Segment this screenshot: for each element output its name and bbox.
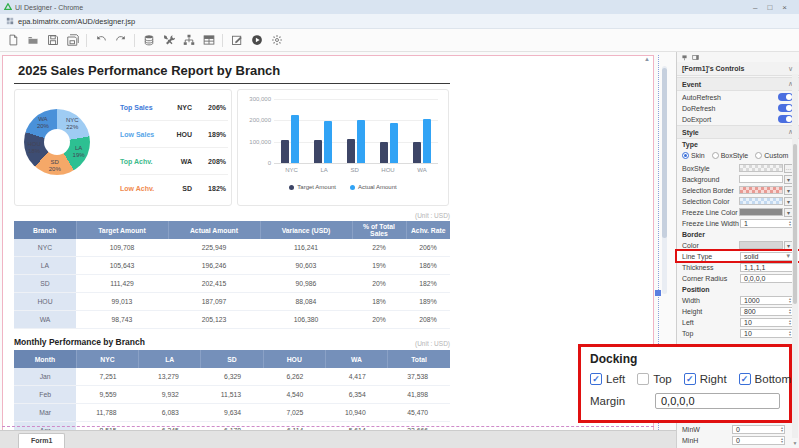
autorefresh-toggle[interactable] — [778, 93, 793, 101]
edit-icon[interactable] — [230, 34, 243, 47]
tools-icon[interactable] — [162, 34, 175, 47]
selection-border-swatch[interactable] — [739, 186, 783, 194]
line-type-select[interactable]: solid▾ — [740, 252, 793, 261]
selection-color-swatch[interactable] — [739, 197, 783, 205]
chevron-down-icon: ∨ — [788, 65, 793, 73]
table-row[interactable]: WA98,743205,123106,38020%208% — [14, 311, 450, 329]
boxstyle-swatch[interactable] — [739, 164, 783, 172]
scroll-down-icon[interactable]: ▼ — [792, 440, 798, 446]
undo-icon[interactable] — [94, 34, 107, 47]
dock-right-icon[interactable] — [692, 54, 699, 61]
corner-radius-input[interactable]: 0,0,0,0 — [740, 274, 793, 283]
design-canvas[interactable]: 2025 Sales Performance Report by Branch … — [0, 52, 676, 448]
thickness-input[interactable]: 1,1,1,1 — [740, 263, 793, 272]
table-row[interactable]: NYC109,708225,949116,24122%206% — [14, 239, 450, 257]
form-page[interactable]: 2025 Sales Performance Report by Branch … — [2, 55, 654, 431]
dorefresh-toggle[interactable] — [778, 104, 793, 112]
table-row[interactable]: Feb9,5599,93211,5134,5406,35441,898 — [14, 386, 450, 404]
dock-left-checkbox[interactable]: ✓Left — [590, 373, 625, 385]
bar-actual-amount — [324, 121, 332, 163]
sitemap-icon[interactable] — [182, 34, 195, 47]
background-swatch[interactable] — [739, 175, 783, 183]
column-header: Variance (USD) — [260, 221, 352, 239]
radio-boxstyle[interactable] — [712, 152, 719, 159]
table-cell: 20% — [352, 275, 406, 293]
new-file-icon[interactable] — [6, 34, 19, 47]
table-cell: 4,417 — [325, 368, 387, 386]
save-all-icon[interactable] — [66, 34, 79, 47]
canvas-scroll-thumb[interactable] — [662, 68, 667, 238]
form-tabbar: Form1 — [0, 430, 676, 448]
canvas-scrollbar[interactable] — [662, 66, 667, 294]
settings-icon[interactable] — [270, 34, 283, 47]
kpi-label: Low Sales — [120, 131, 164, 138]
save-icon[interactable] — [46, 34, 59, 47]
checkbox-label: Left — [606, 373, 625, 385]
table-cell: 208% — [406, 311, 450, 329]
section-style[interactable]: Style∧ — [677, 125, 799, 139]
radio-custom[interactable] — [755, 152, 762, 159]
dock-top-checkbox[interactable]: Top — [637, 373, 672, 385]
freeze-line-color-swatch[interactable] — [739, 208, 783, 216]
legend-item: Target Amount — [289, 184, 336, 190]
open-folder-icon[interactable] — [26, 34, 39, 47]
table-row[interactable]: SD111,429202,41590,98620%182% — [14, 275, 450, 293]
close-button[interactable]: × — [782, 3, 787, 12]
property-label: Selection Border — [682, 187, 739, 194]
margin-input[interactable]: 0,0,0,0 — [655, 393, 780, 409]
dock-bottom-checkbox[interactable]: ✓Bottom — [739, 373, 791, 385]
property-label: Corner Radius — [682, 275, 740, 282]
property-label: BoxStyle — [682, 165, 739, 172]
bar-group — [413, 99, 431, 163]
table-cell: 9,634 — [201, 404, 263, 422]
color-swatch[interactable] — [739, 241, 783, 249]
bar-chart-plot — [274, 99, 438, 164]
tab-form1[interactable]: Form1 — [18, 433, 65, 448]
x-axis-tick: WA — [417, 167, 426, 173]
table-cell: 98,743 — [76, 311, 168, 329]
minh-stepper[interactable]: 0▴▾ — [732, 436, 785, 445]
freeze-line-width-stepper[interactable]: 1▴▾ — [740, 219, 793, 228]
report-title: 2025 Sales Performance Report by Branch — [14, 56, 450, 84]
left-stepper[interactable]: 10▴▾ — [740, 318, 793, 327]
height-stepper[interactable]: 800▴▾ — [740, 307, 793, 316]
table-cell: Feb — [14, 386, 76, 404]
pin-icon[interactable] — [681, 54, 688, 61]
pie-segment-label: WA20% — [37, 116, 49, 130]
checkbox-label: Top — [653, 373, 672, 385]
bar-actual-amount — [291, 115, 299, 163]
table-cell: 189% — [406, 293, 450, 311]
table-row[interactable]: HOU99,013187,09788,08418%189% — [14, 293, 450, 311]
panel-scrollbar[interactable]: ▼ — [792, 74, 798, 438]
table-row[interactable]: Jan7,25113,2796,3296,2624,41737,538 — [14, 368, 450, 386]
table-cell: 225,949 — [168, 239, 260, 257]
doexport-toggle[interactable] — [778, 115, 793, 123]
minimize-button[interactable]: – — [753, 3, 757, 12]
table-cell: LA — [14, 257, 76, 275]
maximize-button[interactable]: □ — [767, 3, 772, 12]
minw-stepper[interactable]: 0▴▾ — [732, 425, 785, 434]
x-axis-tick: NYC — [285, 167, 298, 173]
table-cell: 37,538 — [388, 368, 450, 386]
database-icon[interactable] — [142, 34, 155, 47]
toolbar-separator — [134, 34, 135, 47]
scroll-up-icon[interactable]: ▲ — [644, 56, 650, 62]
property-row-height: Height800▴▾ — [677, 306, 799, 316]
panel-scroll-thumb[interactable] — [793, 144, 797, 304]
pie-segment-label: NYC22% — [66, 117, 79, 131]
table-row[interactable]: Mar11,7886,0839,6347,02510,94045,470 — [14, 404, 450, 422]
grid-view-icon[interactable] — [202, 34, 215, 47]
table-row[interactable]: LA105,643196,24690,60319%186% — [14, 257, 450, 275]
section-event[interactable]: Event∧ — [677, 77, 799, 91]
dock-right-checkbox[interactable]: ✓Right — [684, 373, 727, 385]
width-stepper[interactable]: 1000▴▾ — [740, 296, 793, 305]
run-icon[interactable] — [250, 34, 263, 47]
property-row-left: Left10▴▾ — [677, 317, 799, 327]
resize-handle[interactable] — [655, 290, 661, 296]
property-label: Left — [682, 319, 740, 326]
redo-icon[interactable] — [114, 34, 127, 47]
top-stepper[interactable]: 10▴▾ — [740, 329, 793, 338]
controls-selector[interactable]: [Form1]'s Controls∨ — [677, 62, 799, 76]
url-text[interactable]: epa.bimatrix.com/AUD/designer.jsp — [18, 17, 135, 26]
radio-skin[interactable] — [682, 152, 689, 159]
